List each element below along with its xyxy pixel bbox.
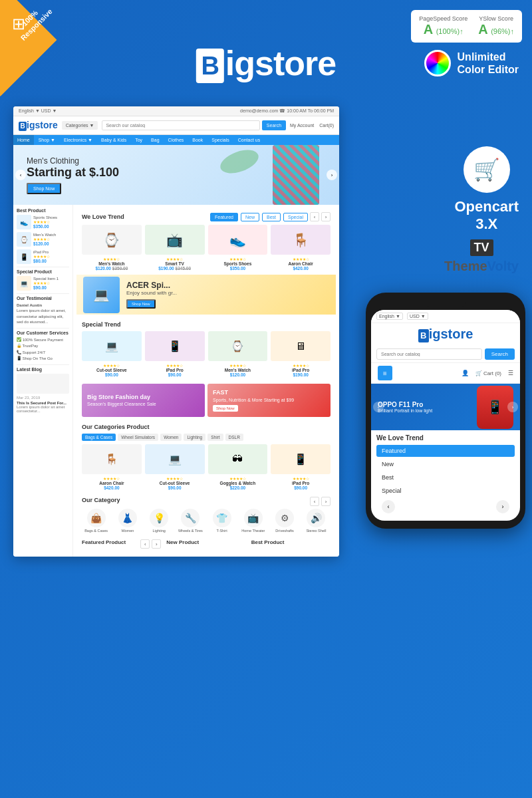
fast-shop-btn[interactable]: Shop Now (213, 405, 238, 412)
phone-notch (426, 301, 466, 307)
special-card-1: 💻 ★★★★☆ Cut-out Sleeve $90.00 (82, 331, 142, 377)
fashion-banner-1-text: Big Store Fashion day Season's Biggest C… (87, 394, 156, 408)
yslow-label: YSlow Score (478, 15, 514, 22)
product-stars-watch: ★★★★☆ (82, 257, 142, 261)
phone-tab-special[interactable]: Special (376, 485, 515, 497)
sidebar-product-2: ⌚ Men's Watch ★★★★☆ $120.00 (17, 232, 69, 247)
trend-prev-btn[interactable]: ‹ (310, 212, 319, 221)
nav-shop[interactable]: Shop ▼ (35, 135, 59, 145)
mobile-mockup: English ▼ USD ▼ Bigstore Search (366, 293, 525, 529)
phone-tab-nav: ‹ › (376, 497, 515, 517)
cat-icon-women[interactable]: 👗 Women (113, 509, 142, 533)
cat-icon-bags[interactable]: 👜 Bags & Cases (82, 509, 110, 533)
new-product-title: New Product (166, 539, 245, 545)
phone-tab-best[interactable]: Best (376, 471, 515, 483)
color-wheel-icon (424, 50, 451, 76)
tab-featured[interactable]: Featured (210, 213, 238, 221)
category-next-btn[interactable]: › (321, 497, 331, 506)
hero-prev-btn[interactable]: ‹ (15, 170, 26, 180)
nav-electronics[interactable]: Electronics ▼ (60, 135, 96, 145)
cat-icon-wheels[interactable]: 🔧 Wheels & Tires (176, 509, 205, 533)
cat-tab-shirt[interactable]: Shirt (207, 434, 223, 441)
phone-trend-next[interactable]: › (496, 500, 509, 513)
theater-icon: 📺 (244, 509, 263, 527)
tv-icon: TV (470, 239, 493, 256)
categories-btn[interactable]: Categories ▼ (62, 121, 98, 130)
category-prev-btn[interactable]: ‹ (310, 497, 319, 506)
cat-icon-tshirt[interactable]: 👕 T-Shirt (207, 509, 236, 533)
cat-tab-dslr[interactable]: DSLR (225, 434, 243, 441)
phone-hamburger-icon[interactable]: ☰ (508, 370, 513, 376)
main-logo: Bigstore (196, 43, 336, 83)
featured-next[interactable]: › (152, 539, 161, 549)
nav-specials[interactable]: Specials (207, 135, 233, 145)
search-input[interactable] (102, 120, 259, 130)
phone-search-btn[interactable]: Search (485, 348, 515, 360)
cat-icon-lighting[interactable]: 💡 Lighting (145, 509, 174, 533)
two-col-layout: Best Product 👟 Sports Shoes ★★★★☆ $350.0… (13, 205, 339, 557)
testimonial-content: Lorem ipsum dolor sit amet, consectetur … (17, 308, 69, 325)
category-icons-row: 👜 Bags & Cases 👗 Women 💡 Lighting 🔧 Whee… (82, 509, 331, 533)
cart-label[interactable]: Cart(0) (319, 123, 334, 128)
acer-shop-btn[interactable]: Shop Now (126, 299, 156, 309)
special-card-4: 🖥 ★★★★☆ iPad Pro $190.00 (271, 331, 331, 377)
cat-product-2: 💻 ★★★★☆ Cut-out Sleeve $90.00 (145, 444, 205, 490)
special-products-grid: 💻 ★★★★☆ Cut-out Sleeve $90.00 📱 ★★★★☆ iP… (82, 331, 331, 377)
tab-new[interactable]: New (241, 213, 259, 221)
phone-lang-arrow: ▼ (396, 314, 400, 319)
special-card-2: 📱 ★★★★☆ iPad Pro $90.00 (145, 331, 205, 377)
featured-prev[interactable]: ‹ (140, 539, 150, 549)
cat-tab-wheel[interactable]: Wheel Simulators (118, 434, 158, 441)
product-name-watch: Men's Watch (82, 261, 142, 266)
nav-clothes[interactable]: Clothes (164, 135, 188, 145)
phone-trend-prev[interactable]: ‹ (382, 500, 395, 513)
nav-toy[interactable]: Toy (131, 135, 146, 145)
category-filter-tabs: Bags & Cases Wheel Simulators Women Ligh… (82, 434, 331, 441)
fashion-banner-2: FAST Sports, Nutrition & More Starting a… (207, 384, 331, 417)
phone-cart-icon: 🛒 (475, 370, 482, 376)
special-img-4: 🖥 (271, 331, 331, 361)
cat-tab-lighting[interactable]: Lighting (184, 434, 205, 441)
phone-currency-btn[interactable]: USD ▼ (407, 313, 428, 320)
color-editor-badge: Unlimited Color Editor (424, 50, 519, 76)
trend-next-btn[interactable]: › (321, 212, 331, 221)
phone-lang-btn[interactable]: English ▼ (376, 313, 403, 320)
person-shape (273, 145, 319, 205)
cat-tab-women[interactable]: Women (160, 434, 182, 441)
phone-tab-featured[interactable]: Featured (376, 445, 515, 457)
phone-search-input[interactable] (376, 348, 482, 360)
hero-shop-btn[interactable]: Shop Now (27, 183, 61, 194)
tab-best[interactable]: Best (262, 213, 281, 221)
cat-icon-driveshafts[interactable]: ⚙ Driveshafts (271, 509, 299, 533)
nav-bag[interactable]: Bag (147, 135, 163, 145)
search-button[interactable]: Search (262, 120, 286, 130)
phone-user-icon[interactable]: 👤 (462, 370, 469, 376)
pagespeed-label: PageSpeed Score (419, 15, 467, 22)
cat-tab-bags[interactable]: Bags & Cases (82, 434, 116, 441)
cat-icon-theater[interactable]: 📺 Home Theater (239, 509, 267, 533)
phone-hero-next[interactable]: › (507, 402, 518, 412)
nav-contact[interactable]: Contact us (234, 135, 264, 145)
acer-title: ACER Spi... (126, 281, 177, 290)
cat-tshirt-label: T-Shirt (207, 529, 236, 533)
phone-tab-new[interactable]: New (376, 458, 515, 470)
account-label[interactable]: My Account (290, 123, 314, 128)
nav-book[interactable]: Book (188, 135, 207, 145)
cat-img-4: 📱 (271, 444, 331, 474)
sidebar-p2-stars: ★★★★☆ (33, 237, 56, 241)
hero-brush-decoration (217, 146, 262, 178)
phone-menu-btn[interactable]: ≡ (378, 366, 392, 380)
cat-icon-stereo[interactable]: 🔊 Stereo Shell (302, 509, 331, 533)
phone-cart-btn[interactable]: 🛒 Cart (0) (475, 370, 501, 376)
hero-next-btn[interactable]: › (327, 170, 337, 180)
cat-women-label: Women (113, 529, 142, 533)
product-card-shoes: 👟 ★★★★☆ Sports Shoes $350.00 (208, 225, 268, 271)
nav-home[interactable]: Home (13, 135, 34, 145)
tab-special[interactable]: Special (283, 213, 308, 221)
nav-baby[interactable]: Baby & Kids (97, 135, 130, 145)
blog-excerpt: Lorem ipsum dolor sit amet consectetur..… (17, 405, 69, 413)
phone-trend-section: We Love Trend Featured New Best Special … (371, 430, 520, 521)
best-product-footer-title: Best Product (251, 539, 331, 545)
trend-section: We Love Trend Featured New Best Special … (76, 208, 336, 275)
fashion-banner-2-text: FAST Sports, Nutrition & More Starting a… (213, 389, 294, 412)
